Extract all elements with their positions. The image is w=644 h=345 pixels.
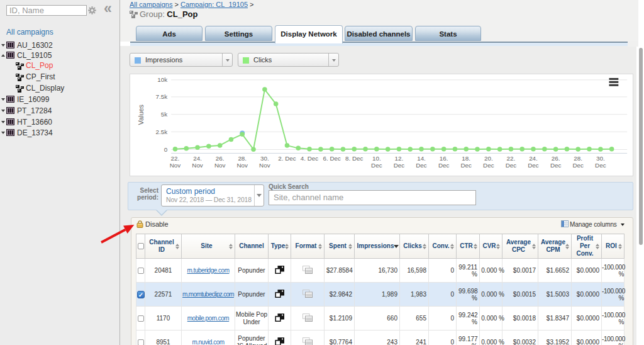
svg-text:2. Dec: 2. Dec	[278, 155, 296, 162]
svg-text:Dec: Dec	[572, 162, 584, 169]
svg-text:10.: 10.	[372, 155, 381, 162]
svg-text:Dec: Dec	[438, 162, 450, 169]
svg-text:7.5k: 7.5k	[156, 93, 168, 100]
svg-text:28.: 28.	[574, 155, 582, 162]
svg-text:Nov: Nov	[214, 162, 226, 169]
svg-text:Values: Values	[137, 104, 145, 125]
svg-text:22.: 22.	[507, 155, 516, 162]
svg-text:Nov: Nov	[259, 162, 270, 169]
svg-text:26.: 26.	[552, 155, 560, 162]
svg-text:Dec: Dec	[460, 162, 472, 169]
svg-text:30.: 30.	[596, 155, 605, 162]
svg-text:24.: 24.	[529, 155, 538, 162]
svg-text:Dec: Dec	[506, 162, 517, 169]
svg-text:Dec: Dec	[528, 162, 539, 169]
svg-text:4. Dec: 4. Dec	[301, 155, 319, 162]
svg-text:Nov: Nov	[170, 162, 181, 169]
svg-text:28.: 28.	[238, 155, 247, 162]
svg-text:Dec: Dec	[550, 162, 562, 169]
svg-text:Nov: Nov	[236, 162, 248, 169]
svg-text:22.: 22.	[171, 155, 180, 162]
svg-text:6. Dec: 6. Dec	[323, 155, 341, 162]
svg-text:0: 0	[164, 146, 168, 153]
svg-text:Nov: Nov	[192, 162, 203, 169]
svg-text:10k: 10k	[157, 76, 167, 83]
svg-text:Dec: Dec	[595, 162, 606, 169]
svg-text:8. Dec: 8. Dec	[345, 155, 364, 162]
svg-text:18.: 18.	[462, 155, 470, 162]
svg-text:Dec: Dec	[394, 162, 405, 169]
svg-text:12.: 12.	[395, 155, 404, 162]
svg-text:5k: 5k	[161, 111, 167, 118]
svg-text:24.: 24.	[193, 155, 202, 162]
svg-text:Dec: Dec	[416, 162, 427, 169]
svg-text:30.: 30.	[260, 155, 269, 162]
svg-text:Dec: Dec	[483, 162, 494, 169]
svg-text:20.: 20.	[484, 155, 493, 162]
svg-text:2.5k: 2.5k	[156, 128, 168, 135]
svg-text:26.: 26.	[216, 155, 225, 162]
svg-text:16.: 16.	[440, 155, 448, 162]
svg-text:14.: 14.	[417, 155, 426, 162]
svg-text:Dec: Dec	[371, 162, 382, 169]
